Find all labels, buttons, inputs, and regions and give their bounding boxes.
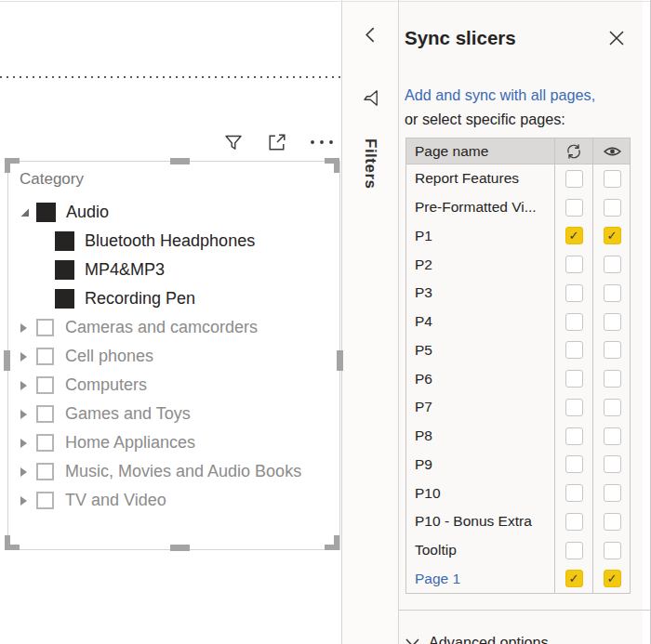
filter-funnel-icon[interactable] (222, 131, 245, 154)
resize-handle-bottom-left[interactable] (5, 535, 20, 550)
pane-section-divider (399, 610, 651, 611)
slicer-item[interactable]: Recording Pen (8, 284, 339, 313)
sync-checkbox[interactable] (565, 170, 583, 188)
visible-checkbox[interactable] (604, 484, 621, 502)
page-name-cell: P10 - Bonus Extra (406, 513, 554, 530)
expand-toggle-icon[interactable] (20, 438, 36, 449)
visible-checkbox[interactable] (604, 284, 621, 302)
sync-checkbox[interactable] (565, 313, 583, 331)
sync-checkbox[interactable] (565, 341, 583, 359)
slicer-item[interactable]: Games and Toys (8, 400, 339, 428)
slicer-item[interactable]: TV and Video (8, 486, 339, 515)
visible-cell (592, 250, 631, 279)
sync-checkbox[interactable] (565, 513, 583, 531)
sync-cell (554, 479, 592, 507)
resize-handle-top-right[interactable] (325, 158, 339, 173)
slicer-item-label: Bluetooth Headphones (85, 231, 255, 251)
slicer-item[interactable]: MP4&MP3 (8, 256, 339, 284)
slicer-item[interactable]: Cameras and camcorders (8, 313, 339, 342)
resize-handle-left-middle[interactable] (4, 350, 10, 371)
table-row: P2 (406, 250, 630, 279)
slicer-checkbox[interactable] (55, 260, 74, 280)
expand-toggle-icon[interactable] (20, 380, 36, 391)
visible-checkbox[interactable] (604, 341, 621, 359)
slicer-checkbox[interactable] (36, 463, 54, 480)
sync-checkbox[interactable] (565, 256, 583, 273)
table-row: P8 (406, 422, 630, 451)
page-name-cell: P8 (406, 427, 554, 444)
slicer-item[interactable]: Cell phones (8, 342, 339, 371)
slicer-checkbox[interactable] (36, 405, 54, 423)
slicer-item[interactable]: Bluetooth Headphones (8, 227, 339, 256)
chevron-down-icon (405, 637, 420, 644)
sync-checkbox[interactable]: ✓ (565, 570, 583, 587)
slicer-checkbox[interactable] (55, 289, 74, 309)
visible-checkbox[interactable]: ✓ (604, 570, 621, 587)
close-pane-button[interactable] (608, 30, 625, 46)
slicer-item-label: Games and Toys (65, 404, 191, 424)
sync-cell (554, 336, 592, 365)
filters-pane-tab[interactable]: Filters (342, 117, 398, 210)
visible-cell (592, 507, 631, 536)
resize-handle-top-middle[interactable] (170, 158, 190, 164)
visible-checkbox[interactable] (604, 513, 621, 531)
expand-toggle-icon[interactable] (20, 351, 36, 362)
slicer-checkbox[interactable] (36, 492, 54, 509)
advanced-options-label: Advanced options (429, 634, 549, 644)
expand-toggle-icon[interactable] (20, 467, 36, 478)
sync-checkbox[interactable] (565, 427, 583, 445)
visible-cell: ✓ (592, 565, 631, 594)
expand-toggle-icon[interactable] (20, 322, 36, 334)
visible-checkbox[interactable] (604, 256, 621, 273)
visible-checkbox[interactable] (604, 199, 621, 217)
category-slicer-visual[interactable]: Category AudioBluetooth HeadphonesMP4&MP… (7, 161, 340, 550)
pane-scrollbar-track[interactable] (643, 0, 650, 644)
expand-toggle-icon[interactable] (20, 495, 36, 506)
sync-checkbox[interactable] (565, 199, 583, 217)
sync-checkbox[interactable] (565, 370, 583, 388)
table-row: P1✓✓ (406, 222, 630, 251)
sync-arrows-icon (565, 142, 583, 161)
sync-checkbox[interactable] (565, 484, 583, 502)
slicer-item[interactable]: Audio (8, 198, 339, 227)
slicer-checkbox[interactable] (36, 348, 54, 365)
sync-checkbox[interactable] (565, 542, 583, 559)
resize-handle-bottom-middle[interactable] (170, 545, 190, 551)
collapse-toggle-icon[interactable] (20, 207, 36, 217)
focus-mode-icon[interactable] (265, 131, 288, 154)
visible-checkbox[interactable] (604, 542, 621, 559)
expand-filters-pane-button[interactable] (342, 26, 398, 44)
resize-handle-right-middle[interactable] (337, 350, 343, 371)
slicer-checkbox[interactable] (36, 434, 54, 452)
report-canvas[interactable]: Category AudioBluetooth HeadphonesMP4&MP… (0, 0, 342, 644)
table-body: Report FeaturesPre-Formatted Vi...P1✓✓P2… (406, 164, 630, 593)
visible-cell: ✓ (592, 222, 631, 251)
visible-checkbox[interactable] (604, 313, 621, 331)
sync-checkbox[interactable] (565, 284, 583, 302)
slicer-checkbox[interactable] (36, 376, 54, 394)
slicer-item[interactable]: Computers (8, 371, 339, 400)
visible-checkbox[interactable] (604, 170, 621, 188)
slicer-item[interactable]: Home Appliances (8, 428, 339, 457)
add-sync-all-pages-link[interactable]: Add and sync with all pages, (405, 86, 595, 104)
slicer-checkbox[interactable] (36, 319, 54, 336)
table-row: P7 (406, 393, 630, 422)
page-name-cell: Report Features (406, 170, 554, 187)
slicer-checkbox[interactable] (36, 203, 56, 222)
visible-checkbox[interactable] (604, 455, 621, 473)
resize-handle-top-left[interactable] (5, 158, 20, 173)
slicer-item[interactable]: Music, Movies and Audio Books (8, 457, 339, 486)
page-name-cell: Pre-Formatted Vi... (406, 199, 554, 216)
expand-toggle-icon[interactable] (20, 409, 36, 420)
visible-checkbox[interactable] (604, 370, 621, 388)
advanced-options-toggle[interactable]: Advanced options (405, 634, 549, 644)
sync-checkbox[interactable] (565, 455, 583, 473)
sync-checkbox[interactable] (565, 399, 583, 416)
visible-checkbox[interactable] (604, 399, 621, 416)
visible-checkbox[interactable] (604, 427, 621, 445)
resize-handle-bottom-right[interactable] (325, 535, 339, 550)
slicer-checkbox[interactable] (55, 231, 74, 251)
visible-checkbox[interactable]: ✓ (604, 227, 621, 244)
more-options-icon[interactable] (309, 138, 335, 146)
sync-checkbox[interactable]: ✓ (565, 227, 583, 244)
